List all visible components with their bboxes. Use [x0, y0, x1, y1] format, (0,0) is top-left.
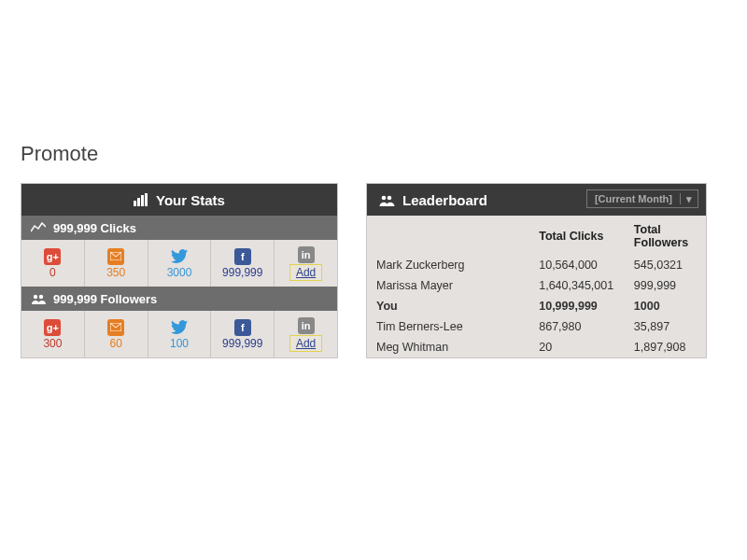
leaderboard-period-select[interactable]: [Current Month] ▾: [586, 189, 698, 208]
leaderboard-title: Leaderboard: [402, 192, 487, 208]
your-stats-panel: Your Stats 999,999 Clicks g+ 0 350: [21, 183, 338, 358]
twitter-icon: [171, 319, 188, 336]
table-cell-clicks: 10,999,999: [529, 296, 625, 316]
table-cell-followers: 545,0321: [625, 255, 706, 275]
gplus-followers-value: 300: [43, 337, 62, 350]
your-stats-header: Your Stats: [21, 184, 337, 216]
table-cell-followers: 999,999: [625, 275, 706, 296]
gplus-clicks-value: 0: [49, 266, 56, 279]
gplus-followers-cell[interactable]: g+ 300: [21, 311, 85, 357]
mail-icon: [107, 319, 124, 336]
facebook-icon: f: [234, 319, 251, 336]
google-plus-icon: g+: [44, 248, 61, 265]
chevron-down-icon: ▾: [681, 193, 698, 205]
svg-rect-3: [145, 193, 148, 206]
twitter-clicks-value: 3000: [167, 266, 192, 279]
linkedin-icon: in: [298, 246, 315, 263]
leaderboard-panel: Leaderboard [Current Month] ▾ Total Clic…: [366, 183, 707, 358]
table-cell-name: Tim Berners-Lee: [367, 316, 529, 337]
twitter-followers-cell[interactable]: 100: [148, 311, 212, 357]
table-cell-name: You: [367, 296, 529, 316]
leaderboard-period-label: [Current Month]: [587, 193, 681, 204]
svg-rect-0: [134, 201, 136, 206]
mail-followers-cell[interactable]: 60: [85, 311, 148, 357]
mail-icon: [107, 248, 124, 265]
leaderboard-table: Total Clicks Total Followers Mark Zucker…: [367, 216, 706, 357]
mail-clicks-cell[interactable]: 350: [85, 240, 148, 287]
followers-row: g+ 300 60 100 f 999,999: [21, 311, 337, 357]
twitter-followers-value: 100: [170, 337, 189, 350]
table-cell-name: Marissa Mayer: [367, 275, 529, 296]
table-cell-clicks: 20: [529, 337, 625, 357]
table-cell-clicks: 1,640,345,001: [529, 275, 625, 296]
page-title: Promote: [21, 142, 726, 166]
clicks-label: 999,999 Clicks: [53, 221, 136, 235]
gplus-clicks-cell[interactable]: g+ 0: [21, 240, 85, 287]
leaderboard-col-followers: Total Followers: [625, 216, 706, 255]
svg-point-5: [34, 295, 37, 299]
people-icon: [378, 194, 395, 206]
followers-label: 999,999 Followers: [53, 292, 157, 306]
table-row: You10,999,9991000: [367, 296, 706, 316]
svg-point-8: [382, 195, 387, 200]
table-cell-name: Mark Zuckerberg: [367, 255, 529, 275]
bar-chart-icon: [134, 193, 148, 206]
svg-rect-2: [141, 195, 144, 206]
table-cell-clicks: 10,564,000: [529, 255, 625, 275]
facebook-followers-cell[interactable]: f 999,999: [211, 311, 275, 357]
table-cell-followers: 35,897: [625, 316, 706, 337]
leaderboard-col-name: [367, 216, 529, 255]
mail-clicks-value: 350: [106, 266, 125, 279]
google-plus-icon: g+: [44, 319, 61, 336]
linkedin-followers-add-link[interactable]: Add: [289, 335, 322, 352]
table-cell-followers: 1,897,908: [625, 337, 706, 357]
svg-point-6: [39, 295, 43, 299]
mail-followers-value: 60: [110, 337, 122, 350]
svg-point-9: [388, 195, 392, 200]
facebook-followers-value: 999,999: [222, 337, 262, 350]
leaderboard-header: Leaderboard [Current Month] ▾: [367, 184, 706, 216]
clicks-row: g+ 0 350 3000 f 999,999: [21, 240, 337, 287]
leaderboard-col-clicks: Total Clicks: [529, 216, 625, 255]
facebook-clicks-value: 999,999: [222, 266, 262, 279]
linkedin-clicks-add-link[interactable]: Add: [289, 264, 322, 281]
svg-rect-1: [137, 198, 140, 206]
table-cell-followers: 1000: [625, 296, 706, 316]
clicks-subheader: 999,999 Clicks: [21, 216, 337, 240]
table-row: Mark Zuckerberg10,564,000545,0321: [367, 255, 706, 275]
people-icon: [31, 293, 46, 304]
table-cell-name: Meg Whitman: [367, 337, 529, 357]
followers-subheader: 999,999 Followers: [21, 287, 337, 311]
linkedin-followers-cell[interactable]: in Add: [275, 311, 337, 357]
table-cell-clicks: 867,980: [529, 316, 625, 337]
table-row: Tim Berners-Lee867,98035,897: [367, 316, 706, 337]
table-row: Marissa Mayer1,640,345,001999,999: [367, 275, 706, 296]
your-stats-title: Your Stats: [156, 192, 225, 208]
facebook-icon: f: [234, 248, 251, 265]
linkedin-clicks-cell[interactable]: in Add: [275, 240, 337, 287]
facebook-clicks-cell[interactable]: f 999,999: [211, 240, 275, 287]
linkedin-icon: in: [298, 317, 315, 334]
line-chart-icon: [31, 222, 46, 233]
table-row: Meg Whitman201,897,908: [367, 337, 706, 357]
twitter-icon: [171, 248, 188, 265]
twitter-clicks-cell[interactable]: 3000: [148, 240, 212, 287]
